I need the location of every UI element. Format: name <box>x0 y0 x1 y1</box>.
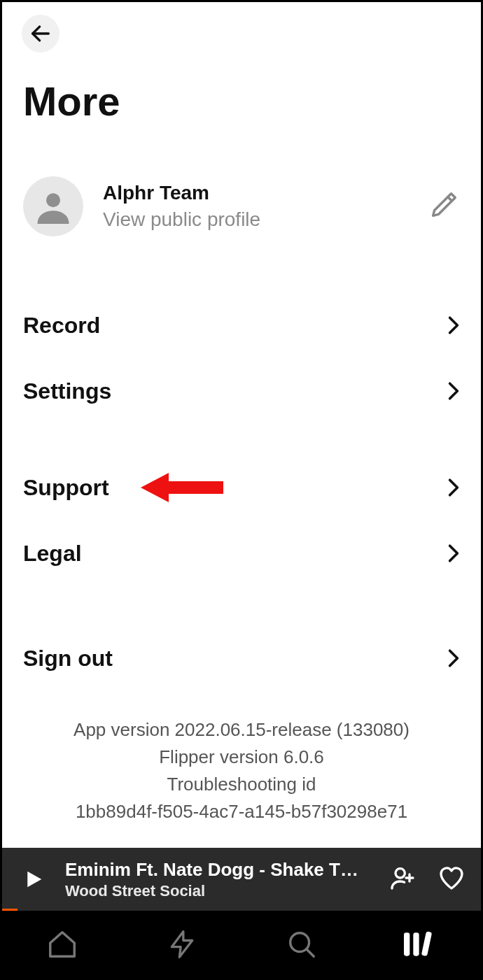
menu-item-support[interactable]: Support <box>23 455 460 520</box>
menu-label: Support <box>23 475 109 501</box>
like-button[interactable] <box>438 864 465 895</box>
menu-item-settings[interactable]: Settings <box>23 358 460 424</box>
search-icon <box>286 928 318 960</box>
menu-item-record[interactable]: Record <box>23 292 460 358</box>
now-playing-bar[interactable]: Eminim Ft. Nate Dogg - Shake T… Wood Str… <box>2 848 481 911</box>
back-button[interactable] <box>22 15 59 52</box>
menu-label: Legal <box>23 541 82 567</box>
svg-line-10 <box>306 949 314 957</box>
menu-label: Record <box>23 313 100 339</box>
profile-name: Alphr Team <box>103 182 428 204</box>
version-line: App version 2022.06.15-release (133080) <box>16 716 467 744</box>
svg-marker-8 <box>172 932 192 958</box>
playback-progress <box>2 909 18 911</box>
nav-search[interactable] <box>241 928 361 960</box>
menu-item-legal[interactable]: Legal <box>23 520 460 586</box>
user-plus-icon <box>388 864 416 892</box>
edit-profile-button[interactable] <box>428 189 460 224</box>
svg-line-2 <box>448 197 452 201</box>
nav-library[interactable] <box>361 929 481 960</box>
person-icon <box>32 185 74 227</box>
version-line: 1bb89d4f-f505-4ac7-a145-b57f30298e71 <box>16 798 467 825</box>
play-icon <box>23 867 44 891</box>
chevron-right-icon <box>447 477 460 498</box>
chevron-right-icon <box>447 315 460 336</box>
chevron-right-icon <box>447 648 460 669</box>
version-info: App version 2022.06.15-release (133080) … <box>2 691 481 825</box>
pencil-icon <box>428 189 460 221</box>
bottom-nav <box>2 911 481 978</box>
svg-point-5 <box>396 869 405 878</box>
heart-icon <box>438 864 465 892</box>
home-icon <box>46 928 78 960</box>
library-icon <box>404 929 439 960</box>
svg-rect-13 <box>421 931 431 956</box>
version-line: Troubleshooting id <box>16 771 467 798</box>
track-info[interactable]: Eminim Ft. Nate Dogg - Shake T… Wood Str… <box>65 859 388 900</box>
chevron-right-icon <box>447 543 460 564</box>
svg-point-1 <box>46 193 60 207</box>
nav-home[interactable] <box>2 928 122 960</box>
profile-row[interactable]: Alphr Team View public profile <box>2 125 481 236</box>
chevron-right-icon <box>447 381 460 402</box>
svg-rect-12 <box>413 932 419 956</box>
track-subtitle: Wood Street Social <box>65 882 382 900</box>
menu-label: Sign out <box>23 646 113 672</box>
version-line: Flipper version 6.0.6 <box>16 744 467 771</box>
track-title: Eminim Ft. Nate Dogg - Shake T… <box>65 859 382 881</box>
avatar <box>23 176 83 236</box>
svg-rect-11 <box>404 932 410 956</box>
arrow-left-icon <box>29 22 52 45</box>
page-title: More <box>2 52 481 125</box>
nav-feed[interactable] <box>122 929 241 960</box>
menu-label: Settings <box>23 378 111 404</box>
follow-user-button[interactable] <box>388 864 416 895</box>
svg-marker-4 <box>27 872 41 888</box>
profile-subtitle: View public profile <box>103 208 428 231</box>
lightning-icon <box>167 929 197 960</box>
play-button[interactable] <box>2 867 65 891</box>
menu-item-sign-out[interactable]: Sign out <box>23 625 460 691</box>
svg-marker-3 <box>141 473 223 502</box>
annotation-arrow-icon <box>141 469 225 506</box>
